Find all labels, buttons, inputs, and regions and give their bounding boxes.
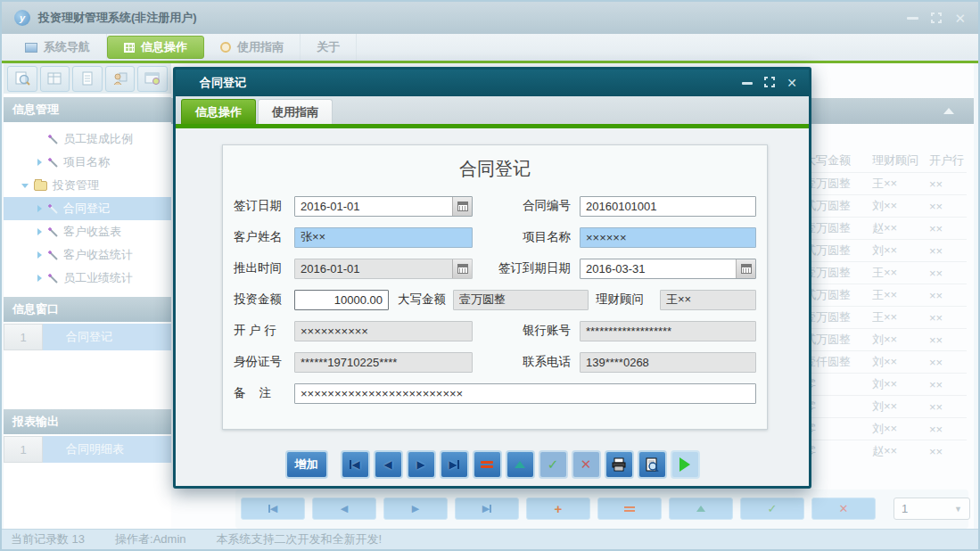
sign-date-label: 签订日期: [234, 198, 294, 214]
calendar-icon[interactable]: [736, 259, 755, 278]
section-header-reports: 报表输出: [4, 409, 171, 434]
tree-item-commission[interactable]: 员工提成比例: [4, 127, 171, 151]
collapse-up-icon[interactable]: [943, 108, 954, 114]
tree-item-performance-stats[interactable]: 员工业绩统计: [4, 267, 171, 290]
menu-item-system-nav[interactable]: 系统导航: [9, 34, 107, 61]
table-row[interactable]: 贰万圆整刘××××: [804, 328, 967, 350]
confirm-button[interactable]: ✓: [740, 498, 804, 520]
menu-item-guide[interactable]: 使用指南: [204, 34, 301, 61]
guide-icon: [220, 42, 231, 53]
record-count: 当前记录数 13: [11, 531, 85, 547]
table-row[interactable]: 壹仟圆整刘××××: [804, 350, 967, 373]
table-row[interactable]: 壹万圆整王××××: [804, 172, 967, 194]
calendar-icon[interactable]: [452, 197, 472, 216]
tab-guide[interactable]: 使用指南: [258, 99, 333, 124]
cancel-button[interactable]: ✕: [572, 450, 601, 479]
menu-label: 使用指南: [237, 39, 284, 55]
account-label: 银行账号: [482, 323, 580, 339]
wand-icon: [47, 203, 59, 215]
add-button[interactable]: 增加: [285, 450, 328, 479]
table-row[interactable]: 零刘××××: [804, 373, 967, 395]
search-doc-button[interactable]: [7, 66, 37, 92]
user-button[interactable]: [105, 66, 136, 92]
dialog-minimize-icon[interactable]: [742, 82, 753, 85]
restore-icon[interactable]: [931, 12, 942, 23]
tree-item-contract-reg[interactable]: 合同登记: [4, 197, 171, 220]
table-row[interactable]: 壹万圆整赵××××: [804, 217, 967, 239]
page-value: 1: [902, 502, 908, 515]
next-record-button[interactable]: ▶: [407, 450, 436, 479]
customer-name-label: 客户姓名: [234, 229, 294, 245]
dialog-close-icon[interactable]: ✕: [786, 77, 797, 89]
operator: 操作者:Admin: [115, 531, 185, 547]
page-select[interactable]: 1 ▼: [894, 498, 970, 520]
delete-record-button[interactable]: [597, 498, 662, 520]
tree-item-income-stats[interactable]: 客户收益统计: [4, 243, 171, 267]
table-row[interactable]: 贰万圆整刘××××: [804, 239, 967, 261]
phone-field: [580, 352, 756, 373]
tree-item-investment-mgmt[interactable]: 投资管理: [4, 174, 171, 197]
amount-input[interactable]: [294, 290, 389, 310]
sign-date-input[interactable]: [294, 196, 473, 217]
cancel-button[interactable]: ✕: [811, 498, 876, 520]
chevron-right-icon: [37, 275, 42, 282]
wand-icon: [47, 134, 59, 145]
customer-name-input[interactable]: [294, 227, 473, 248]
report-list-item[interactable]: 1 合同明细表: [4, 436, 171, 463]
run-button[interactable]: [671, 450, 700, 479]
minimize-icon[interactable]: [907, 17, 918, 20]
table-button[interactable]: [40, 66, 70, 92]
table-row[interactable]: 贰万圆整刘××××: [804, 194, 967, 217]
table-row[interactable]: 零刘××××: [804, 395, 967, 417]
first-record-button[interactable]: ◀: [341, 450, 370, 479]
delete-record-button[interactable]: [473, 450, 502, 479]
add-record-button[interactable]: +: [526, 498, 590, 520]
table-row[interactable]: 贰万圆整王××××: [804, 284, 967, 306]
item-index: 1: [4, 436, 43, 463]
tree-item-project-name[interactable]: 项目名称: [4, 151, 171, 174]
menu-item-about[interactable]: 关于: [301, 34, 357, 61]
window-button[interactable]: [137, 66, 168, 92]
window-list-item[interactable]: 1 合同登记: [4, 324, 171, 350]
table-row[interactable]: 壹万圆整王××××: [804, 306, 967, 328]
chevron-down-icon: [21, 184, 29, 188]
confirm-button[interactable]: ✓: [539, 450, 568, 479]
monitor-icon: [25, 43, 37, 53]
tree-item-customer-income[interactable]: 客户收益表: [4, 220, 171, 243]
next-record-button[interactable]: ▶: [383, 498, 448, 520]
column-header: 开户行: [929, 152, 967, 169]
menu-label: 系统导航: [44, 39, 90, 55]
print-preview-button[interactable]: [638, 450, 667, 479]
prev-record-button[interactable]: ◀: [374, 450, 403, 479]
close-icon[interactable]: ✕: [954, 12, 966, 25]
amount-label: 投资金额: [234, 292, 294, 308]
prev-record-button[interactable]: ◀: [312, 498, 376, 520]
calendar-icon[interactable]: [452, 259, 472, 278]
bank-field: [294, 321, 473, 341]
contract-no-label: 合同编号: [482, 198, 580, 214]
remark-input[interactable]: [294, 383, 756, 404]
document-button[interactable]: [72, 66, 103, 92]
contracts-table: 大写金额 理财顾问 开户行 壹万圆整王×××× 贰万圆整刘×××× 壹万圆整赵×…: [804, 149, 967, 462]
contract-no-input[interactable]: [580, 196, 756, 217]
dialog-maximize-icon[interactable]: [764, 77, 775, 90]
edit-record-button[interactable]: [669, 498, 733, 520]
tab-info-ops[interactable]: 信息操作: [181, 99, 256, 124]
last-record-button[interactable]: ▶: [440, 450, 469, 479]
expire-date-input[interactable]: [580, 259, 756, 279]
edit-record-button[interactable]: [506, 450, 535, 479]
table-row[interactable]: 零刘××××: [804, 417, 967, 440]
last-record-button[interactable]: ▶: [455, 498, 519, 520]
table-row[interactable]: 零赵××××: [804, 440, 967, 462]
id-number-label: 身份证号: [234, 354, 294, 370]
chevron-right-icon: [37, 205, 42, 212]
print-button[interactable]: [605, 450, 634, 479]
remark-label: 备 注: [234, 385, 294, 401]
project-name-input[interactable]: [580, 227, 756, 248]
table-row[interactable]: 壹万圆整王××××: [804, 261, 967, 284]
app-window: y 投资理财管理系统(非注册用户) ✕ 系统导航 信息操作 使用指南 关于: [0, 0, 980, 551]
menu-item-info-ops[interactable]: 信息操作: [107, 36, 204, 59]
item-label: 合同明细表: [43, 436, 171, 463]
item-label: 合同登记: [43, 324, 171, 350]
first-record-button[interactable]: ◀: [241, 498, 305, 520]
